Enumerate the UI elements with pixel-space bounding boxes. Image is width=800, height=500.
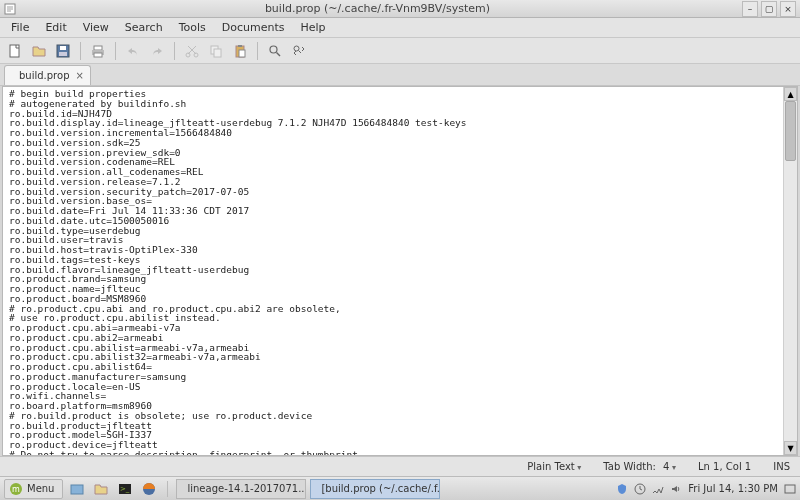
new-file-button[interactable]	[4, 40, 26, 62]
taskbar-item-active[interactable]: [build.prop (~/.cache/.f...	[310, 479, 440, 499]
svg-rect-14	[239, 50, 245, 57]
toolbar-separator	[80, 42, 81, 60]
svg-rect-1	[10, 45, 19, 57]
tab-close-button[interactable]: ×	[75, 70, 83, 81]
document-tab[interactable]: build.prop ×	[4, 65, 91, 85]
svg-rect-4	[59, 52, 67, 56]
firefox-launcher[interactable]	[139, 479, 159, 499]
scroll-up-button[interactable]: ▲	[784, 87, 797, 101]
paste-button[interactable]	[229, 40, 251, 62]
status-insert-mode[interactable]: INS	[769, 461, 794, 472]
text-editor[interactable]: # begin build properties # autogenerated…	[3, 87, 783, 455]
window-titlebar: build.prop (~/.cache/.fr-Vnm9BV/system) …	[0, 0, 800, 18]
menu-documents[interactable]: Documents	[215, 19, 292, 36]
menu-tools[interactable]: Tools	[172, 19, 213, 36]
mint-logo-icon: m	[9, 482, 23, 496]
tray-session-icon[interactable]	[784, 483, 796, 495]
menu-help[interactable]: Help	[293, 19, 332, 36]
start-menu-button[interactable]: m Menu	[4, 479, 63, 499]
find-button[interactable]	[264, 40, 286, 62]
save-file-button[interactable]	[52, 40, 74, 62]
desktop-panel: m Menu >_ lineage-14.1-2017071... [build…	[0, 476, 800, 500]
print-button[interactable]	[87, 40, 109, 62]
status-tabwidth-dropdown[interactable]: 4	[663, 461, 676, 472]
svg-rect-11	[214, 49, 221, 57]
svg-rect-3	[60, 46, 66, 50]
svg-text:>_: >_	[120, 485, 130, 493]
menu-file[interactable]: File	[4, 19, 36, 36]
svg-rect-25	[785, 485, 795, 493]
system-tray: Fri Jul 14, 1:30 PM	[616, 483, 796, 495]
tray-update-icon[interactable]	[634, 483, 646, 495]
find-replace-button[interactable]	[288, 40, 310, 62]
menubar: File Edit View Search Tools Documents He…	[0, 18, 800, 38]
terminal-launcher[interactable]: >_	[115, 479, 135, 499]
tab-row: build.prop ×	[0, 64, 800, 86]
app-icon	[4, 3, 16, 15]
scroll-thumb[interactable]	[785, 101, 796, 161]
panel-clock[interactable]: Fri Jul 14, 1:30 PM	[688, 483, 778, 494]
toolbar-separator	[115, 42, 116, 60]
file-manager-launcher[interactable]	[91, 479, 111, 499]
copy-button	[205, 40, 227, 62]
toolbar	[0, 38, 800, 64]
taskbar-item-label: lineage-14.1-2017071...	[187, 483, 306, 494]
vertical-scrollbar[interactable]: ▲ ▼	[783, 87, 797, 455]
status-tabwidth-label: Tab Width: 4	[599, 461, 680, 472]
tab-label: build.prop	[19, 70, 69, 81]
undo-button	[122, 40, 144, 62]
open-file-button[interactable]	[28, 40, 50, 62]
scroll-track[interactable]	[784, 101, 797, 441]
show-desktop-button[interactable]	[67, 479, 87, 499]
menu-edit[interactable]: Edit	[38, 19, 73, 36]
svg-rect-5	[94, 46, 102, 50]
window-close-button[interactable]: ×	[780, 1, 796, 17]
tray-volume-icon[interactable]	[670, 483, 682, 495]
window-title: build.prop (~/.cache/.fr-Vnm9BV/system)	[16, 2, 739, 15]
toolbar-separator	[257, 42, 258, 60]
svg-point-16	[294, 46, 299, 51]
menu-search[interactable]: Search	[118, 19, 170, 36]
svg-rect-19	[71, 485, 83, 494]
cut-button	[181, 40, 203, 62]
status-filetype-dropdown[interactable]: Plain Text	[523, 461, 585, 472]
status-bar: Plain Text Tab Width: 4 Ln 1, Col 1 INS	[0, 456, 800, 476]
toolbar-separator	[174, 42, 175, 60]
taskbar-item[interactable]: lineage-14.1-2017071...	[176, 479, 306, 499]
svg-rect-13	[238, 45, 242, 47]
redo-button	[146, 40, 168, 62]
scroll-down-button[interactable]: ▼	[784, 441, 797, 455]
menu-view[interactable]: View	[76, 19, 116, 36]
svg-rect-7	[94, 53, 102, 57]
tray-shield-icon[interactable]	[616, 483, 628, 495]
taskbar-item-label: [build.prop (~/.cache/.f...	[321, 483, 440, 494]
window-minimize-button[interactable]: –	[742, 1, 758, 17]
svg-text:m: m	[12, 485, 20, 494]
start-menu-label: Menu	[27, 483, 54, 494]
editor-container: # begin build properties # autogenerated…	[2, 86, 798, 456]
panel-separator	[167, 481, 168, 497]
svg-point-15	[270, 46, 277, 53]
status-cursor-position: Ln 1, Col 1	[694, 461, 755, 472]
tray-network-icon[interactable]	[652, 483, 664, 495]
window-maximize-button[interactable]: ▢	[761, 1, 777, 17]
